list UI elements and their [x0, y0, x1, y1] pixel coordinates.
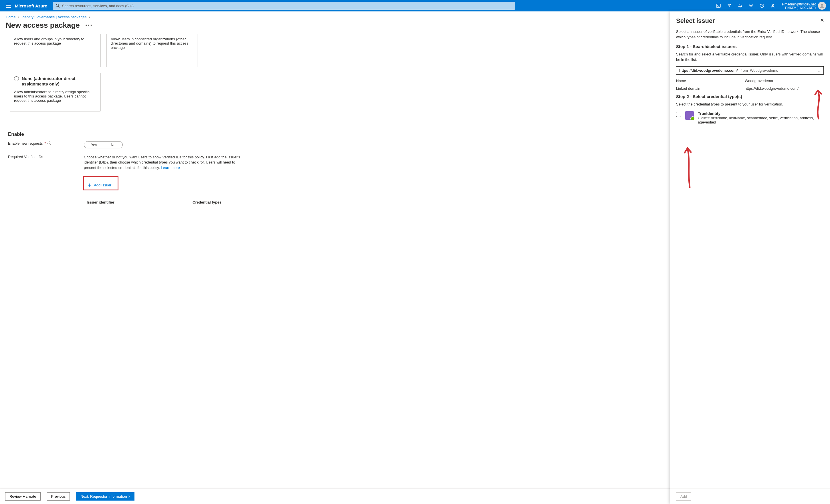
global-search[interactable]	[53, 2, 515, 10]
settings-icon[interactable]	[745, 0, 757, 11]
search-icon	[56, 4, 60, 8]
select-issuer-panel: ✕ Select issuer Select an issuer of veri…	[670, 11, 830, 239]
option-card-connected-orgs[interactable]: Allow users in connected organizations (…	[106, 34, 197, 67]
page-title-text: New access package	[6, 21, 80, 30]
step2-heading: Step 2 - Select credential type(s)	[676, 94, 824, 99]
toggle-yes-no[interactable]: Yes No	[84, 141, 123, 148]
card-body-text: Allow administrators to directly assign …	[14, 90, 96, 103]
issuer-combobox[interactable]: https://did.woodgrovedemo.com/ from Wood…	[676, 66, 824, 75]
info-icon[interactable]: i	[47, 141, 51, 145]
value-linked-domain: https://did.woodgrovedemo.com/	[745, 86, 799, 91]
topbar-utilities	[713, 0, 778, 11]
cloud-shell-icon[interactable]	[713, 0, 724, 11]
account-tenant: FIMDEV (FIMDEV.NET)	[785, 6, 816, 9]
credential-row[interactable]: TrueIdentity Claims: firstName, lastName…	[676, 111, 824, 124]
help-icon[interactable]	[757, 0, 767, 11]
feedback-icon[interactable]	[767, 0, 778, 11]
svg-line-1	[58, 6, 60, 7]
menu-icon[interactable]	[6, 3, 11, 8]
crumb-home[interactable]: Home	[6, 15, 16, 19]
chevron-right-icon: ›	[18, 15, 19, 19]
toggle-no[interactable]: No	[104, 141, 123, 148]
azure-topbar: Microsoft Azure elmadmin@fimdev.net FIMD…	[0, 0, 830, 11]
notifications-icon[interactable]	[735, 0, 745, 11]
step1-desc: Search for and select a verifiable crede…	[676, 52, 824, 63]
option-card-directory-users[interactable]: Allow users and groups in your directory…	[10, 34, 101, 67]
annotation-highlight: Add issuer	[83, 176, 119, 191]
toggle-yes[interactable]: Yes	[84, 141, 104, 148]
svg-point-0	[56, 4, 59, 7]
issuer-did: https://did.woodgrovedemo.com/	[679, 68, 738, 73]
account-area[interactable]: elmadmin@fimdev.net FIMDEV (FIMDEV.NET)	[778, 2, 818, 9]
chevron-right-icon: ›	[89, 15, 90, 19]
svg-point-6	[821, 4, 823, 6]
crumb-identity-governance[interactable]: Identity Governance | Access packages	[22, 15, 87, 19]
step1-heading: Step 1 - Search/select issuers	[676, 44, 824, 49]
more-actions-icon[interactable]: ⋯	[85, 21, 93, 30]
svg-point-3	[751, 5, 752, 6]
step2-desc: Select the credential types to present t…	[676, 102, 824, 107]
account-email: elmadmin@fimdev.net	[781, 2, 816, 6]
learn-more-link[interactable]: Learn more	[161, 166, 180, 170]
label-linked-domain: Linked domain	[676, 86, 745, 91]
card-body-text: Allow users and groups in your directory…	[14, 37, 96, 45]
checkbox-unchecked-icon[interactable]	[676, 112, 681, 117]
panel-intro: Select an issuer of verifiable credentia…	[676, 29, 824, 40]
radio-unchecked-icon[interactable]	[14, 76, 19, 81]
option-card-none[interactable]: None (administrator direct assignments o…	[10, 73, 101, 111]
svg-point-5	[772, 4, 774, 6]
label-enable-new-requests: Enable new requests * i	[8, 141, 84, 145]
label-required-verified-ids: Required Verified IDs	[8, 155, 84, 159]
verified-ids-description: Choose whether or not you want users to …	[84, 155, 244, 171]
credential-title: TrueIdentity	[698, 111, 824, 116]
brand-label[interactable]: Microsoft Azure	[15, 3, 47, 8]
credential-type-icon	[685, 111, 694, 120]
close-icon[interactable]: ✕	[820, 17, 824, 24]
col-issuer-identifier: Issuer identifier	[87, 200, 193, 204]
directory-filter-icon[interactable]	[724, 0, 735, 11]
value-name: Woodgrovedemo	[745, 79, 773, 83]
panel-title: Select issuer	[676, 17, 824, 25]
search-input[interactable]	[62, 4, 512, 8]
plus-icon	[88, 183, 92, 187]
col-credential-types: Credential types	[193, 200, 221, 204]
credential-claims: Claims: firstName, lastName, scanneddoc,…	[698, 116, 824, 124]
card-title: None (administrator direct assignments o…	[22, 76, 96, 87]
svg-rect-2	[716, 4, 721, 7]
card-body-text: Allow users in connected organizations (…	[111, 37, 193, 50]
label-name: Name	[676, 79, 745, 83]
issuers-table: Issuer identifier Credential types	[84, 198, 301, 207]
add-issuer-button[interactable]: Add issuer	[84, 181, 115, 189]
avatar[interactable]	[818, 2, 826, 10]
chevron-down-icon: ⌄	[818, 68, 821, 73]
